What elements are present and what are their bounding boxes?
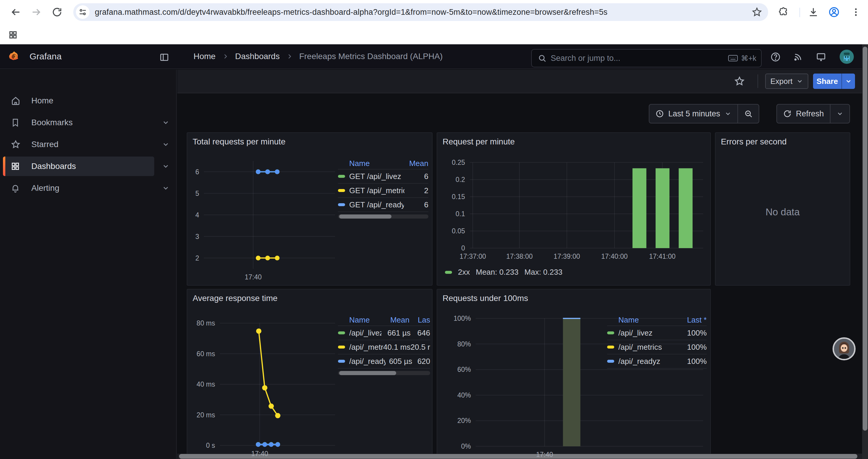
dashboard-canvas: Last 5 minutes Refresh Total requests p	[177, 94, 868, 459]
url-bar[interactable]: grafana.mathmast.com/d/deytv4rwavabkb/fr…	[73, 3, 768, 21]
sidebar-toggle-icon[interactable]	[158, 51, 171, 64]
chevron-down-icon[interactable]	[162, 140, 169, 148]
panel-title[interactable]: Errors per second	[721, 137, 787, 146]
zoom-out-button[interactable]	[737, 104, 759, 123]
share-button-group: Share	[813, 73, 855, 89]
profile-icon[interactable]	[827, 5, 841, 20]
selected-highlight	[3, 157, 154, 176]
series-color-pill	[607, 360, 614, 363]
legend-row[interactable]: /api/_livez 661 µs 646	[338, 326, 430, 340]
share-button[interactable]: Share	[813, 73, 841, 89]
tv-kiosk-icon[interactable]	[814, 50, 828, 64]
search-shortcut: ⌘+k	[728, 54, 756, 63]
series-color-pill	[607, 346, 614, 349]
chevron-down-icon[interactable]	[162, 119, 169, 126]
svg-text:60 ms: 60 ms	[196, 350, 215, 358]
refresh-icon	[783, 109, 792, 118]
svg-text:0.25: 0.25	[452, 159, 465, 166]
user-avatar[interactable]	[840, 50, 854, 64]
reload-icon[interactable]	[50, 5, 64, 20]
share-menu-button[interactable]	[841, 73, 855, 89]
brand-name[interactable]: Grafana	[30, 52, 61, 61]
sidebar-item-bookmarks[interactable]: Bookmarks	[0, 112, 177, 133]
time-range-picker[interactable]: Last 5 minutes	[649, 104, 737, 123]
panel-title[interactable]: Average response time	[193, 294, 277, 303]
svg-text:17:37:00: 17:37:00	[460, 253, 486, 260]
chevron-down-icon	[724, 110, 732, 117]
dashboard-toolbar: Export Share	[177, 70, 868, 93]
time-range-control: Last 5 minutes	[649, 104, 759, 124]
legend-header: Name Mean Las	[338, 314, 430, 326]
panel-total-requests: Total requests per minute 6543217:40 Nam…	[187, 132, 433, 286]
search-input[interactable]: Search or jump to... ⌘+k	[531, 49, 762, 67]
legend-scrollbar[interactable]	[338, 371, 430, 375]
screen: grafana.mathmast.com/d/deytv4rwavabkb/fr…	[0, 0, 868, 459]
legend-row[interactable]: /api/_readyz 605 µs 620	[338, 355, 430, 369]
chevron-down-icon[interactable]	[162, 184, 169, 192]
search-placeholder: Search or jump to...	[551, 54, 728, 63]
series-color-pill	[445, 271, 452, 274]
svg-text:40%: 40%	[457, 391, 471, 399]
sidebar-item-starred[interactable]: Starred	[0, 134, 177, 155]
breadcrumb-home[interactable]: Home	[193, 52, 216, 61]
news-rss-icon[interactable]	[791, 50, 805, 64]
selected-accent-bar	[3, 157, 5, 176]
apps-grid-icon[interactable]	[6, 28, 20, 41]
help-icon[interactable]	[769, 50, 782, 64]
url-text[interactable]: grafana.mathmast.com/d/deytv4rwavabkb/fr…	[95, 8, 752, 17]
refresh-interval-button[interactable]	[830, 104, 849, 123]
bar-chart: 0.250.20.150.10.05017:37:0017:38:0017:39…	[437, 133, 711, 286]
series-color-pill	[338, 175, 345, 178]
forward-icon[interactable]	[29, 5, 44, 20]
legend-header: Name Mean	[338, 158, 428, 169]
toolbar-divider	[800, 8, 800, 17]
series-color-pill	[607, 331, 614, 334]
bookmark-star-icon[interactable]	[752, 7, 762, 18]
breadcrumb-dashboards[interactable]: Dashboards	[235, 52, 280, 61]
back-icon[interactable]	[8, 5, 23, 20]
svg-text:6: 6	[195, 168, 199, 176]
panel-title[interactable]: Total requests per minute	[193, 137, 285, 146]
panel-request-per-minute: Request per minute 0.250.20.150.10.05017…	[437, 132, 711, 286]
legend-row[interactable]: GET /api/_livez 6	[338, 169, 428, 184]
legend-row[interactable]: GET /api/_metrics 2	[338, 184, 428, 198]
series-color-pill	[338, 189, 345, 192]
legend-row[interactable]: /api/_livez 100%	[607, 326, 707, 340]
legend-row[interactable]: /api/_readyz 100%	[607, 355, 707, 369]
legend-row[interactable]: GET /api/_readyz 6	[338, 198, 428, 212]
legend-row[interactable]: /api/_metrics 100%	[607, 340, 707, 355]
home-icon	[11, 96, 21, 106]
downloads-icon[interactable]	[806, 5, 821, 20]
panel-title[interactable]: Request per minute	[442, 137, 515, 146]
svg-text:17:38:00: 17:38:00	[506, 253, 533, 260]
legend-inline[interactable]: 2xx Mean: 0.233 Max: 0.233	[445, 268, 562, 277]
svg-text:2: 2	[195, 254, 199, 262]
vertical-scrollbar[interactable]	[862, 44, 868, 459]
clock-icon	[655, 109, 664, 118]
chevron-down-icon[interactable]	[162, 162, 169, 170]
svg-text:0.1: 0.1	[456, 210, 465, 218]
legend-row[interactable]: /api/_metrics 40.1 ms 20.5 r	[338, 340, 430, 355]
legend-table: Name Mean GET /api/_livez 6 GET /api/_me…	[338, 158, 428, 219]
site-settings-icon[interactable]	[76, 5, 90, 19]
favorite-star-icon[interactable]	[733, 74, 746, 88]
panel-title[interactable]: Requests under 100ms	[442, 294, 528, 303]
chevron-down-icon	[836, 110, 843, 117]
refresh-control: Refresh	[776, 104, 850, 124]
assistant-avatar-widget[interactable]	[833, 337, 856, 360]
svg-text:17:40:00: 17:40:00	[601, 253, 628, 260]
svg-text:0%: 0%	[461, 442, 471, 450]
sidebar-item-home[interactable]: Home	[0, 90, 177, 111]
refresh-button[interactable]: Refresh	[777, 104, 830, 123]
sidebar-item-alerting[interactable]: Alerting	[0, 178, 177, 198]
extensions-icon[interactable]	[776, 5, 791, 20]
grafana-logo[interactable]	[8, 51, 20, 63]
export-button[interactable]: Export	[765, 73, 808, 89]
svg-text:80 ms: 80 ms	[196, 319, 215, 327]
sidebar-item-dashboards[interactable]: Dashboards	[0, 156, 177, 177]
browser-menu-icon[interactable]	[848, 5, 863, 20]
svg-text:20%: 20%	[457, 417, 471, 424]
refresh-label: Refresh	[796, 109, 824, 119]
svg-text:0.15: 0.15	[452, 193, 465, 201]
legend-scrollbar[interactable]	[338, 215, 428, 219]
